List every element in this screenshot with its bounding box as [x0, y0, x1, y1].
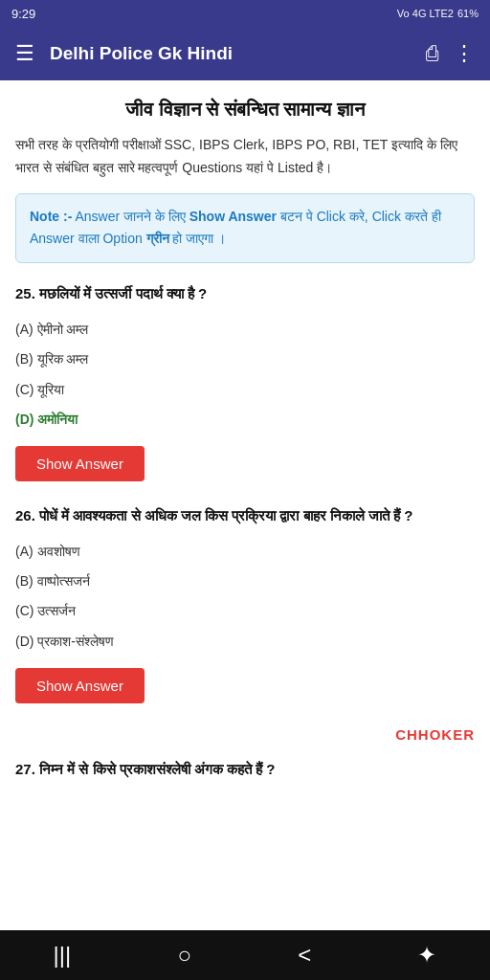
show-answer-button-26[interactable]: Show Answer — [15, 668, 145, 703]
question-26-option-a: (A) अवशोषण — [15, 537, 475, 567]
nav-accessibility-icon[interactable]: ✦ — [417, 942, 436, 969]
share-icon[interactable]: ⎙ — [426, 41, 438, 66]
question-25-option-b: (B) यूरिक अम्ल — [15, 345, 475, 374]
note-text: Note :- Answer जानने के लिए Show Answer … — [30, 209, 441, 247]
question-26-option-c: (C) उत्सर्जन — [15, 596, 475, 626]
question-25-option-d: (D) अमोनिया — [15, 405, 475, 434]
question-25: 25. मछलियों में उत्सर्जी पदार्थ क्या है … — [15, 282, 475, 481]
status-signal: Vo 4G LTE2 — [397, 8, 454, 19]
intro-text: सभी तरह के प्रतियोगी परीक्षाओं SSC, IBPS… — [15, 134, 475, 180]
status-bar: 9:29 Vo 4G LTE2 61% — [0, 0, 490, 27]
question-26-option-b: (B) वाष्पोत्सजर्न — [15, 567, 475, 596]
status-battery: 61% — [457, 8, 479, 19]
question-26: 26. पोधें में आवश्यकता से अधिक जल किस प्… — [15, 504, 475, 703]
show-answer-button-25[interactable]: Show Answer — [15, 446, 145, 481]
app-title: Delhi Police Gk Hindi — [50, 43, 411, 64]
question-26-text: 26. पोधें में आवश्यकता से अधिक जल किस प्… — [15, 504, 475, 527]
main-content: जीव विज्ञान से संबन्धित सामान्य ज्ञान सभ… — [0, 80, 490, 819]
question-27-text: 27. निम्न में से किसे प्रकाशसंश्लेषी अंग… — [15, 758, 475, 781]
question-25-option-c: (C) यूरिया — [15, 375, 475, 405]
status-right: Vo 4G LTE2 61% — [397, 8, 479, 19]
watermark: CHHOKER — [15, 726, 475, 743]
status-time: 9:29 — [11, 7, 35, 21]
question-25-option-a: (A) ऐमीनो अम्ल — [15, 315, 475, 345]
question-27: 27. निम्न में से किसे प्रकाशसंश्लेषी अंग… — [15, 758, 475, 781]
app-bar: ☰ Delhi Police Gk Hindi ⎙ ⋮ — [0, 27, 490, 80]
bottom-nav: ||| ○ < ✦ — [0, 930, 490, 980]
nav-back-icon[interactable]: < — [298, 942, 311, 969]
question-25-text: 25. मछलियों में उत्सर्जी पदार्थ क्या है … — [15, 282, 475, 305]
more-icon[interactable]: ⋮ — [454, 41, 475, 66]
note-box: Note :- Answer जानने के लिए Show Answer … — [15, 193, 475, 264]
question-26-option-d: (D) प्रकाश-संश्लेषण — [15, 627, 475, 657]
menu-icon[interactable]: ☰ — [15, 41, 34, 66]
nav-menu-icon[interactable]: ||| — [54, 942, 72, 969]
nav-home-icon[interactable]: ○ — [177, 942, 191, 969]
page-title: जीव विज्ञान से संबन्धित सामान्य ज्ञान — [15, 96, 475, 122]
